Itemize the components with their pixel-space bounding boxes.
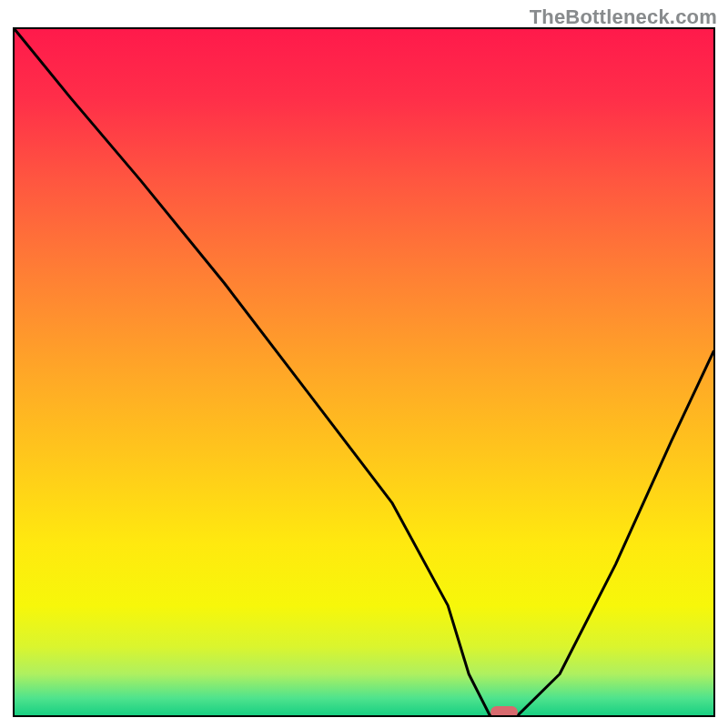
- watermark-text: TheBottleneck.com: [530, 5, 717, 29]
- bottleneck-curve: [15, 29, 713, 715]
- chart-frame: [13, 27, 715, 717]
- optimal-marker: [490, 706, 518, 717]
